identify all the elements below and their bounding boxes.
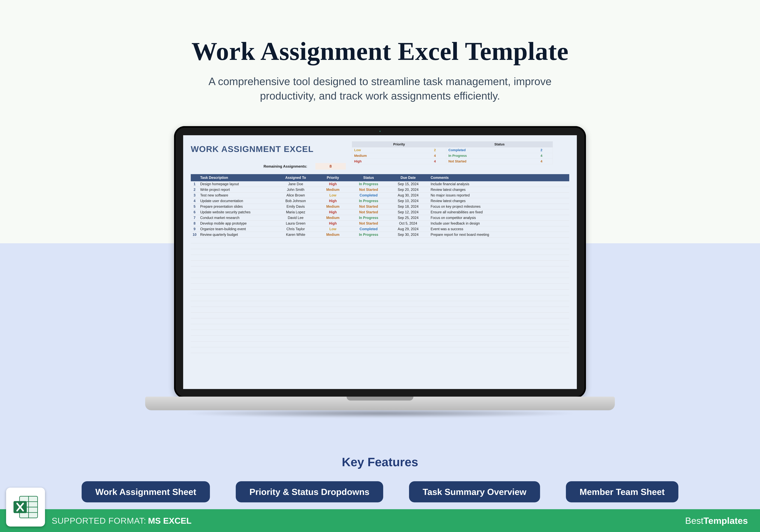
cell-comments: Event was a success — [428, 226, 569, 232]
table-empty-row — [191, 318, 569, 324]
laptop-bezel: WORK ASSIGNMENT EXCEL Remaining Assignme… — [174, 126, 586, 398]
cell-task-description: Conduct market research — [198, 215, 274, 220]
feature-pill: Priority & Status Dropdowns — [236, 481, 383, 502]
cell-status: Completed — [349, 226, 388, 232]
cell-comments: Include user feedback in design — [428, 221, 569, 226]
cell-row-number: 2 — [191, 187, 198, 192]
cell-due-date: Aug 29, 2024 — [388, 226, 428, 232]
table-empty-row — [191, 301, 569, 307]
cell-row-number: 3 — [191, 193, 198, 198]
cell-row-number: 6 — [191, 209, 198, 215]
cell-status: In Progress — [349, 198, 388, 203]
col-header-status: Status — [349, 174, 388, 181]
cell-task-description: Review quarterly budget — [198, 232, 274, 237]
priority-summary-label: Medium — [354, 154, 426, 158]
priority-summary-row: Low2 — [352, 147, 446, 153]
priority-summary-row: High4 — [352, 158, 446, 164]
remaining-label: Remaining Assignments: — [191, 164, 315, 168]
cell-row-number: 5 — [191, 204, 198, 209]
cell-priority: High — [317, 209, 349, 215]
laptop-mockup: WORK ASSIGNMENT EXCEL Remaining Assignme… — [145, 126, 615, 433]
cell-row-number: 1 — [191, 181, 198, 187]
table-row: 9Organize team-building eventChris Taylo… — [191, 226, 569, 232]
cell-assigned-to: Maria Lopez — [274, 209, 317, 215]
table-empty-row — [191, 272, 569, 278]
table-empty-rows — [191, 238, 569, 353]
cell-status: Completed — [349, 193, 388, 198]
cell-priority: Medium — [317, 204, 349, 209]
cell-status: In Progress — [349, 232, 388, 237]
remaining-row: Remaining Assignments: 8 — [191, 163, 346, 170]
cell-priority: Low — [317, 226, 349, 232]
cell-status: Not Started — [349, 187, 388, 192]
col-header-number — [191, 174, 198, 181]
table-empty-row — [191, 307, 569, 313]
status-summary-label: Not Started — [449, 159, 532, 163]
cell-priority: Medium — [317, 187, 349, 192]
table-empty-row — [191, 295, 569, 301]
cell-due-date: Sep 18, 2024 — [388, 204, 428, 209]
cell-due-date: Sep 20, 2024 — [388, 187, 428, 192]
table-row: 6Update website security patchesMaria Lo… — [191, 209, 569, 215]
cell-comments: No major issues reported — [428, 193, 569, 198]
status-summary-row: Completed2 — [446, 147, 553, 153]
features-title: Key Features — [0, 455, 760, 469]
status-summary-row: Not Started4 — [446, 158, 553, 164]
remaining-value: 8 — [315, 163, 346, 170]
cell-priority: Medium — [317, 232, 349, 237]
col-header-due: Due Date — [388, 174, 428, 181]
cell-task-description: Develop mobile app prototype — [198, 221, 274, 226]
table-empty-row — [191, 336, 569, 341]
cell-comments: Include financial analysis — [428, 181, 569, 187]
brand-regular: Best — [685, 515, 703, 526]
cell-status: Not Started — [349, 221, 388, 226]
status-summary-row: In Progress4 — [446, 153, 553, 158]
status-summary-header: Status — [446, 142, 553, 147]
table-empty-row — [191, 341, 569, 347]
excel-icon — [6, 488, 45, 526]
cell-due-date: Sep 25, 2024 — [388, 215, 428, 220]
page-title: Work Assignment Excel Template — [0, 36, 760, 66]
sheet-title: WORK ASSIGNMENT EXCEL — [191, 144, 346, 154]
subtitle-line-1: A comprehensive tool designed to streaml… — [209, 75, 551, 87]
cell-due-date: Oct 5, 2024 — [388, 221, 428, 226]
cell-row-number: 8 — [191, 221, 198, 226]
cell-assigned-to: Jane Doe — [274, 181, 317, 187]
table-header-row: Task Description Assigned To Priority St… — [191, 174, 569, 181]
col-header-priority: Priority — [317, 174, 349, 181]
cell-status: Not Started — [349, 204, 388, 209]
laptop-camera — [379, 131, 381, 132]
cell-row-number: 9 — [191, 226, 198, 232]
status-summary-value: 2 — [532, 148, 550, 152]
cell-comments: Focus on key project milestones — [428, 204, 569, 209]
table-empty-row — [191, 249, 569, 255]
summary-box: Priority Low2Medium4High4 Status Complet… — [352, 141, 553, 164]
cell-assigned-to: Alice Brown — [274, 193, 317, 198]
table-row: 7Conduct market researchDavid LeeMediumI… — [191, 215, 569, 221]
cell-task-description: Organize team-building event — [198, 226, 274, 232]
feature-pill: Task Summary Overview — [409, 481, 540, 502]
feature-pill: Work Assignment Sheet — [82, 481, 210, 502]
table-empty-row — [191, 289, 569, 295]
cell-row-number: 10 — [191, 232, 198, 237]
priority-summary-label: Low — [354, 148, 426, 152]
cell-task-description: Prepare presentation slides — [198, 204, 274, 209]
cell-assigned-to: Laura Green — [274, 221, 317, 226]
priority-summary-header: Priority — [352, 142, 446, 147]
cell-priority: Medium — [317, 215, 349, 220]
cell-task-description: Test new software — [198, 193, 274, 198]
page-subtitle: A comprehensive tool designed to streaml… — [0, 74, 760, 103]
sheet-title-block: WORK ASSIGNMENT EXCEL Remaining Assignme… — [191, 141, 346, 170]
col-header-desc: Task Description — [198, 174, 274, 181]
cell-comments: Prepare report for next board meeting — [428, 232, 569, 237]
brand-bold: Templates — [703, 515, 748, 526]
cell-assigned-to: Emily Davis — [274, 204, 317, 209]
table-empty-row — [191, 324, 569, 330]
priority-summary-value: 2 — [426, 148, 444, 152]
cell-due-date: Sep 15, 2024 — [388, 181, 428, 187]
hero-header: Work Assignment Excel Template A compreh… — [0, 0, 760, 103]
status-summary-value: 4 — [532, 154, 550, 158]
table-row: 2Write project reportJohn SmithMediumNot… — [191, 187, 569, 193]
cell-status: In Progress — [349, 215, 388, 220]
cell-comments: Focus on competitor analysis — [428, 215, 569, 220]
